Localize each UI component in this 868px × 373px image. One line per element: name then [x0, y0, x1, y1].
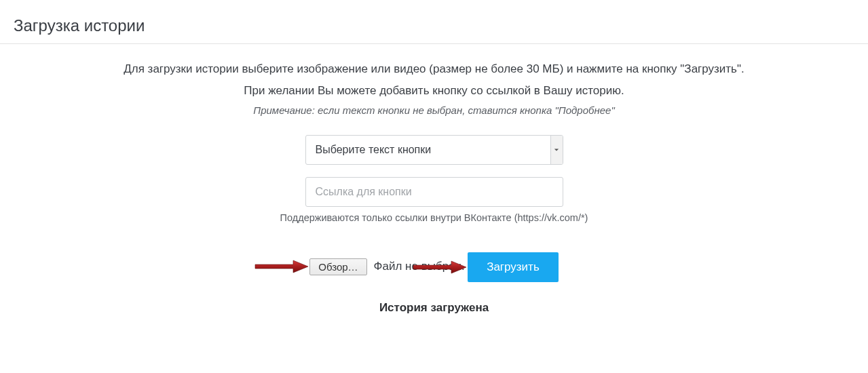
link-input[interactable]: [305, 177, 563, 207]
upload-button[interactable]: Загрузить: [468, 252, 559, 282]
file-row: Обзор… Файл не выбран.: [309, 258, 464, 275]
link-group: Поддерживаются только ссылки внутри ВКон…: [0, 177, 868, 223]
submit-row: Загрузить: [468, 252, 559, 282]
button-text-select-wrap: Выберите текст кнопки: [305, 135, 563, 165]
content: Для загрузки истории выберите изображени…: [0, 44, 868, 315]
description-line2: При желании Вы можете добавить кнопку со…: [61, 82, 808, 100]
button-text-group: Выберите текст кнопки: [0, 135, 868, 165]
upload-status: История загружена: [0, 301, 868, 315]
header: Загрузка истории: [0, 0, 868, 44]
button-text-select[interactable]: Выберите текст кнопки: [305, 135, 563, 165]
arrow-annotation-icon: [254, 259, 309, 274]
browse-button[interactable]: Обзор…: [309, 258, 366, 275]
description-line1: Для загрузки истории выберите изображени…: [61, 60, 808, 78]
page-title: Загрузка истории: [14, 16, 854, 35]
link-hint: Поддерживаются только ссылки внутри ВКон…: [0, 212, 868, 223]
file-status-text: Файл не выбран.: [374, 260, 465, 273]
description-note: Примечание: если текст кнопки не выбран,…: [0, 104, 868, 116]
